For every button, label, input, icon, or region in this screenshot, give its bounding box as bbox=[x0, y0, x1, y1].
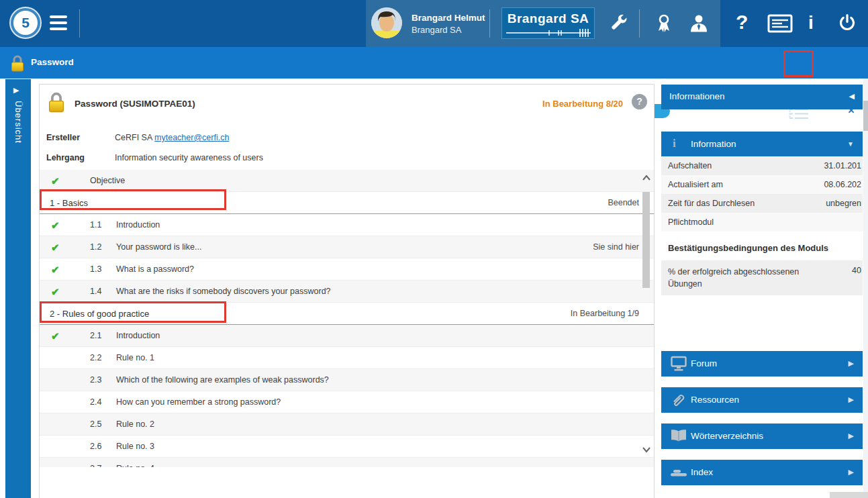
lesson-title: Rule no. 1 bbox=[116, 347, 154, 369]
section-title: 2 - Rules of good practice bbox=[50, 309, 149, 319]
settings-wrench-icon[interactable] bbox=[610, 14, 628, 33]
info-row: Actualisiert am 08.06.202 bbox=[661, 175, 863, 194]
expand-right-icon bbox=[849, 395, 854, 404]
lesson-list: Objective 1 - Basics Beendet 1.1 Introdu… bbox=[40, 170, 654, 467]
top-navigation-bar: 5 Brangard Helmut Brangard SA Brangard S… bbox=[0, 0, 868, 47]
lesson-row[interactable]: 2.2 Rule no. 1 bbox=[40, 347, 654, 369]
expand-right-icon bbox=[849, 359, 854, 368]
avatar[interactable] bbox=[371, 7, 402, 38]
section-row[interactable]: 2 - Rules of good practice In Bearbeitun… bbox=[40, 303, 654, 325]
lesson-title: Which of the following are examples of w… bbox=[116, 369, 329, 391]
woerterverzeichnis-panel-header[interactable]: Wörterverzeichnis bbox=[661, 424, 863, 449]
collapse-left-icon bbox=[849, 92, 855, 101]
lesson-row[interactable]: 1.4 What are the risks if somebody disco… bbox=[40, 281, 654, 303]
sidebar-scrollbar-thumb[interactable] bbox=[863, 101, 868, 131]
logo-signal-line bbox=[505, 28, 593, 38]
check-icon bbox=[51, 258, 60, 281]
section-row[interactable]: 1 - Basics Beendet bbox=[40, 192, 654, 214]
condition-label: % der erfolgreich abgeschlossenen Übunge… bbox=[668, 266, 809, 290]
overview-side-tab[interactable]: Übersicht bbox=[5, 79, 31, 498]
lesson-title: Rule no. 2 bbox=[116, 413, 154, 436]
lesson-title: Introduction bbox=[116, 325, 160, 347]
lesson-row[interactable]: 1.1 Introduction bbox=[40, 214, 654, 236]
module-status-badge: In Bearbeitung 8/20 bbox=[542, 99, 623, 109]
lesson-row[interactable]: 2.5 Rule no. 2 bbox=[40, 413, 654, 436]
check-icon bbox=[51, 236, 60, 258]
user-profile-icon[interactable] bbox=[689, 13, 709, 34]
logout-power-icon[interactable] bbox=[837, 13, 857, 34]
lesson-title: Your password is like... bbox=[116, 236, 201, 258]
creator-email-link[interactable]: myteacher@cerfi.ch bbox=[154, 133, 229, 142]
lock-icon bbox=[46, 91, 66, 113]
lesson-number: 2.4 bbox=[90, 391, 116, 413]
lesson-title: How can you remember a strong password? bbox=[116, 391, 281, 413]
info-icon[interactable]: i bbox=[808, 12, 814, 34]
ressourcen-label: Ressourcen bbox=[691, 395, 739, 405]
lesson-row[interactable]: 1.3 What is a password? bbox=[40, 258, 654, 281]
scroll-up-icon[interactable] bbox=[641, 174, 652, 182]
company-logo: Brangard SA bbox=[501, 7, 595, 39]
lesson-number: 2.3 bbox=[90, 369, 116, 391]
expand-right-icon bbox=[849, 468, 854, 477]
award-medal-icon[interactable] bbox=[655, 13, 673, 34]
lesson-title: What are the risks if somebody discovers… bbox=[116, 281, 331, 303]
section-status: In Bearbeitung 1/9 bbox=[571, 303, 639, 325]
user-name: Brangard Helmut bbox=[412, 13, 485, 23]
paperclip-icon bbox=[670, 392, 687, 408]
module-toolbar: Password 40% Modulfortschritt bbox=[0, 47, 868, 79]
lesson-title: Introduction bbox=[116, 214, 160, 236]
monitor-icon bbox=[670, 356, 687, 372]
creator-name: CeRFI SA bbox=[115, 133, 152, 142]
collapse-down-icon bbox=[847, 140, 854, 148]
sidebar-scrollbar-track[interactable] bbox=[863, 79, 868, 498]
creator-value: CeRFI SA myteacher@cerfi.ch bbox=[115, 133, 229, 142]
lesson-number: 1.3 bbox=[90, 258, 116, 281]
lesson-row[interactable]: 2.3 Which of the following are examples … bbox=[40, 369, 654, 391]
lesson-row[interactable]: 2.7 Rule no. 4 bbox=[40, 458, 654, 467]
divider bbox=[79, 9, 80, 38]
module-title: Password (SUSIMOTPAE01) bbox=[75, 99, 195, 109]
info-label: Actualisiert am bbox=[668, 175, 723, 194]
expand-right-icon bbox=[13, 86, 19, 95]
lms-module-screen: 5 Brangard Helmut Brangard SA Brangard S… bbox=[0, 0, 868, 498]
index-panel-header[interactable]: Index bbox=[661, 460, 863, 485]
info-label: Zeit für das Durchlesen bbox=[668, 194, 755, 213]
info-row: Pflichtmodul bbox=[661, 213, 863, 232]
ressourcen-panel-header[interactable]: Ressourcen bbox=[661, 387, 863, 413]
information-panel-header[interactable]: i Information bbox=[661, 132, 863, 156]
lesson-title: Objective bbox=[90, 170, 125, 192]
divider bbox=[489, 9, 490, 38]
forum-panel-header[interactable]: Forum bbox=[661, 351, 863, 377]
index-icon bbox=[670, 468, 687, 484]
informationen-title: Informationen bbox=[669, 91, 725, 101]
informationen-header[interactable]: Informationen bbox=[661, 85, 863, 109]
lesson-number: 1.4 bbox=[90, 281, 116, 303]
app-logo[interactable]: 5 bbox=[11, 8, 40, 38]
help-icon[interactable]: ? bbox=[736, 11, 748, 34]
index-label: Index bbox=[691, 467, 713, 477]
help-circle-icon[interactable] bbox=[632, 94, 647, 109]
info-value: 08.06.202 bbox=[824, 175, 863, 194]
conditions-heading: Bestätigungsbedingungen des Moduls bbox=[668, 243, 828, 253]
course-label: Lehrgang bbox=[46, 153, 85, 162]
module-content-card: Password (SUSIMOTPAE01) In Bearbeitung 8… bbox=[39, 84, 655, 498]
lesson-number: 2.1 bbox=[90, 325, 116, 347]
news-icon[interactable] bbox=[767, 14, 793, 33]
lesson-title: What is a password? bbox=[116, 258, 194, 281]
lesson-row[interactable]: 2.1 Introduction bbox=[40, 325, 654, 347]
lesson-title: Rule no. 4 bbox=[116, 458, 154, 467]
lesson-row[interactable]: 2.4 How can you remember a strong passwo… bbox=[40, 391, 654, 413]
expand-right-icon bbox=[849, 432, 854, 440]
menu-hamburger-icon[interactable] bbox=[50, 15, 67, 32]
info-i-icon: i bbox=[673, 137, 676, 150]
information-panel-title: Information bbox=[691, 139, 736, 149]
list-scrollbar-thumb[interactable] bbox=[642, 192, 650, 288]
info-label: Aufschalten bbox=[668, 156, 712, 175]
scroll-down-icon[interactable] bbox=[641, 446, 652, 454]
info-row: Zeit für das Durchlesen unbegren bbox=[661, 194, 863, 213]
lesson-row[interactable]: Objective bbox=[40, 170, 654, 192]
lesson-row[interactable]: 2.6 Rule no. 3 bbox=[40, 436, 654, 458]
creator-label: Ersteller bbox=[46, 133, 80, 142]
lesson-row[interactable]: 1.2 Your password is like... Sie sind hi… bbox=[40, 236, 654, 258]
lesson-number: 2.2 bbox=[90, 347, 116, 369]
